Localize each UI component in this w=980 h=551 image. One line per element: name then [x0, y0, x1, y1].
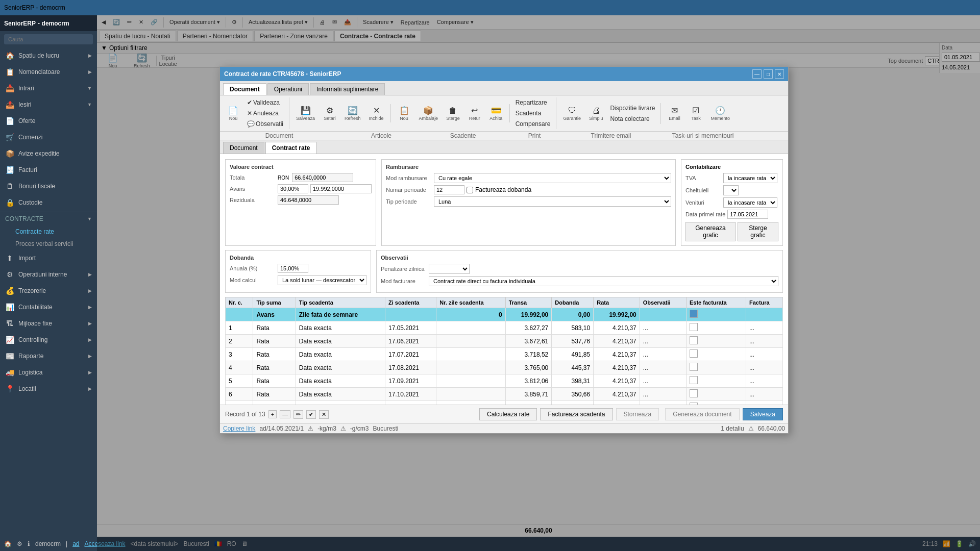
tip-perioade-select[interactable]: Luna	[434, 196, 671, 207]
modal-refresh-button[interactable]: 🔄 Refresh	[341, 104, 364, 122]
factureaza-checkbox[interactable]	[467, 187, 473, 193]
sidebar-item-iesiri[interactable]: 📤 Iesiri ▼	[0, 96, 97, 113]
sidebar-item-comenzi[interactable]: 🛒 Comenzi	[0, 129, 97, 145]
search-input[interactable]	[4, 34, 93, 44]
sidebar-item-proces-verbal[interactable]: Proces verbal servicii	[0, 238, 97, 250]
totala-value[interactable]	[292, 173, 353, 182]
nota-colectare-btn[interactable]: Nota colectare	[607, 114, 657, 124]
sidebar-item-spatiu[interactable]: 🏠 Spatiu de lucru ▶	[0, 47, 97, 64]
modal-minimize-button[interactable]: —	[752, 69, 762, 79]
sterge-grafic-button[interactable]: Sterge grafic	[738, 222, 778, 241]
achita-icon: 💳	[491, 106, 501, 115]
sidebar-item-facturi[interactable]: 🧾 Facturi	[0, 162, 97, 178]
setari-button[interactable]: ⚙ Setari	[320, 104, 340, 122]
copiere-link[interactable]: Copiere link	[223, 425, 255, 432]
record-edit-button[interactable]: ✏	[293, 410, 303, 419]
valideaza-button[interactable]: ✔ Valideaza	[244, 97, 286, 108]
sidebar-item-bonuri[interactable]: 🗒 Bonuri fiscale	[0, 178, 97, 194]
table-row[interactable]: 7 Rata Data exacta 17.11.2021 3.907,96 3…	[226, 401, 783, 405]
observatii-button[interactable]: 💬 Observatii	[244, 119, 286, 129]
sidebar-item-custodie[interactable]: 🔒 Custodie	[0, 194, 97, 211]
inchide-button[interactable]: ✕ Inchide	[365, 104, 387, 122]
inner-tab-contract-rate[interactable]: Contract rate	[265, 142, 317, 154]
avans-dobanda: 0,00	[552, 308, 594, 321]
avans-row[interactable]: Avans Zile fata de semnare 0 19.992,00 0…	[226, 308, 783, 321]
contabilitate-icon: 📊	[5, 303, 14, 312]
modal-nou-button[interactable]: 📄 Nou	[223, 104, 243, 122]
import-icon: ⬆	[5, 254, 14, 263]
salveaza-modal-button[interactable]: Salveaza	[743, 408, 783, 420]
trezorerie-icon: 💰	[5, 286, 14, 295]
avans-pct[interactable]	[278, 184, 308, 193]
sidebar-item-locatii[interactable]: 📍 Locatii ▶	[0, 381, 97, 397]
garantie-button[interactable]: 🛡 Garantie	[559, 105, 584, 122]
sidebar-item-nomenclatoare[interactable]: 📋 Nomenclatoare ▶	[0, 64, 97, 80]
genereaza-document-button[interactable]: Genereaza document	[665, 408, 739, 420]
penalizare-select[interactable]	[429, 264, 470, 274]
avans-label: Avans	[230, 186, 276, 192]
email-modal-button[interactable]: ✉ Email	[664, 104, 684, 122]
salveaza-button[interactable]: 💾 Salveaza	[292, 104, 318, 122]
controlling-icon: 📈	[5, 335, 14, 344]
retur-button[interactable]: ↩ Retur	[464, 104, 485, 122]
mod-calcul-select[interactable]: La sold lunar — descrescator	[278, 275, 366, 285]
sidebar-item-op-interne[interactable]: ⚙ Operatiuni interne ▶	[0, 266, 97, 283]
tab-document[interactable]: Document	[223, 83, 266, 95]
achita-button[interactable]: 💳 Achita	[486, 104, 506, 122]
sidebar-item-controlling[interactable]: 📈 Controlling ▶	[0, 332, 97, 348]
dispozitie-btn[interactable]: Dispozitie livrare	[607, 103, 657, 113]
numar-perioade-input[interactable]	[434, 185, 464, 194]
row-nr-zile	[436, 388, 505, 401]
table-row[interactable]: 5 Rata Data exacta 17.09.2021 3.812,06 3…	[226, 374, 783, 388]
sidebar-item-oferte[interactable]: 📄 Oferte	[0, 113, 97, 129]
sidebar-item-logistica[interactable]: 🚚 Logistica ▶	[0, 364, 97, 381]
repartizare-btn[interactable]: Repartizare	[513, 97, 553, 108]
modal-close-button[interactable]: ✕	[775, 69, 784, 79]
task-button[interactable]: ☑ Task	[685, 104, 706, 122]
reziduala-value[interactable]	[278, 195, 339, 205]
sidebar-item-intrari[interactable]: 📥 Intrari ▼	[0, 80, 97, 96]
record-cancel-button[interactable]: ✕	[319, 410, 329, 419]
modal-nou2-button[interactable]: 📋 Nou	[394, 104, 414, 122]
modal-maximize-button[interactable]: □	[764, 69, 773, 79]
record-remove-button[interactable]: —	[280, 410, 290, 418]
scadenta-btn[interactable]: Scadenta	[513, 108, 553, 118]
anuala-input[interactable]	[278, 264, 308, 273]
compensare-modal-btn[interactable]: Compensare	[513, 119, 553, 129]
sterge-article-button[interactable]: 🗑 Sterge	[443, 105, 463, 122]
status-ad[interactable]: ad	[72, 540, 79, 547]
table-row[interactable]: 3 Rata Data exacta 17.07.2021 3.718,52 4…	[226, 348, 783, 361]
cheltuieli-select[interactable]	[723, 185, 739, 195]
sidebar-item-trezorerie[interactable]: 💰 Trezorerie ▶	[0, 283, 97, 299]
sidebar-item-avize[interactable]: 📦 Avize expeditie	[0, 145, 97, 162]
table-row[interactable]: 2 Rata Data exacta 17.06.2021 3.672,61 5…	[226, 335, 783, 348]
anuleaza-button[interactable]: ✕ Anuleaza	[244, 108, 286, 118]
sidebar-item-mijloace[interactable]: 🏗 Mijloace fixe ▶	[0, 315, 97, 332]
sidebar-item-rapoarte[interactable]: 📰 Rapoarte ▶	[0, 348, 97, 364]
table-row[interactable]: 1 Rata Data exacta 17.05.2021 3.627,27 5…	[226, 321, 783, 335]
storneaza-button[interactable]: Storneaza	[616, 408, 659, 420]
data-primei-rate-input[interactable]	[727, 210, 768, 219]
sidebar-section-contracte[interactable]: Contracte ▼	[0, 212, 97, 226]
sidebar-item-contabilitate[interactable]: 📊 Contabilitate ▶	[0, 299, 97, 315]
inner-tab-document[interactable]: Document	[223, 142, 264, 154]
genereaza-grafic-button[interactable]: Genereaza grafic	[685, 222, 736, 241]
mod-facturare-select[interactable]: Contract rate direct cu factura individu…	[429, 276, 778, 286]
venituri-select[interactable]: la incasare rata	[723, 197, 777, 208]
sidebar-item-import[interactable]: ⬆ Import	[0, 250, 97, 266]
factureaza-scadenta-button[interactable]: Factureaza scadenta	[540, 408, 612, 420]
table-row[interactable]: 4 Rata Data exacta 17.08.2021 3.765,00 4…	[226, 361, 783, 374]
sidebar-item-contracte-rate[interactable]: Contracte rate	[0, 226, 97, 238]
tab-operatiuni[interactable]: Operatiuni	[267, 83, 309, 95]
mod-rambursare-select[interactable]: Cu rate egale	[434, 173, 671, 183]
tva-select[interactable]: la incasare rata	[723, 173, 777, 183]
tab-informatii-suplimentare[interactable]: Informatii suplimentare	[310, 83, 385, 95]
table-row[interactable]: 6 Rata Data exacta 17.10.2021 3.859,71 3…	[226, 388, 783, 401]
ambalaje-button[interactable]: 📦 Ambalaje	[415, 104, 442, 122]
record-add-button[interactable]: +	[268, 410, 277, 418]
record-confirm-button[interactable]: ✔	[306, 410, 316, 419]
memento-button[interactable]: 🕐 Memento	[707, 104, 733, 122]
avans-value[interactable]	[310, 184, 372, 193]
simplu-button[interactable]: 🖨 Simplu	[585, 105, 607, 122]
calculeaza-rate-button[interactable]: Calculeaza rate	[479, 408, 537, 420]
